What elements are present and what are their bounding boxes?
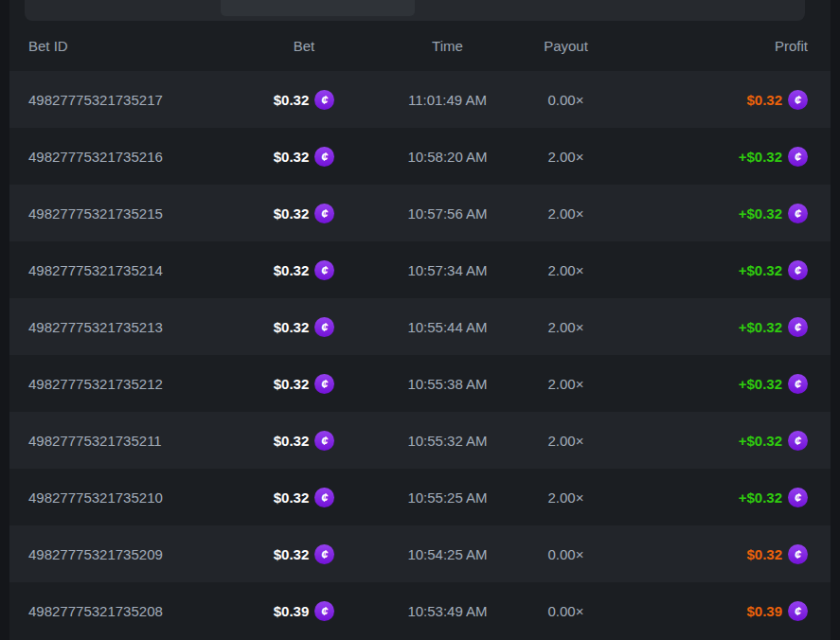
bet-cell: $0.32 ¢ [239,431,369,451]
column-header-profit: Profit [606,38,808,54]
currency-coin-icon: ¢ [788,374,808,394]
profit-cell: +$0.32 ¢ [606,374,808,394]
bet-id-value[interactable]: 49827775321735214 [28,262,239,278]
currency-coin-icon: ¢ [314,90,334,110]
bet-time: 10:57:56 AM [369,205,526,222]
bet-id-value[interactable]: 49827775321735217 [28,92,239,108]
table-row[interactable]: 49827775321735211 $0.32 ¢ 10:55:32 AM 2.… [9,412,831,469]
table-header: Bet ID Bet Time Payout Profit [9,21,831,71]
bet-time: 10:55:44 AM [369,319,526,335]
table-row[interactable]: 49827775321735208 $0.39 ¢ 10:53:49 AM 0.… [9,582,831,639]
profit-cell: +$0.32 ¢ [606,317,808,337]
currency-coin-icon: ¢ [314,431,334,451]
bet-amount: $0.32 [274,149,310,165]
payout-multiplier: 0.00× [526,92,606,108]
profit-cell: +$0.32 ¢ [606,488,808,507]
profit-amount: +$0.32 [739,433,782,449]
column-header-payout: Payout [526,38,606,54]
currency-coin-icon: ¢ [314,544,334,564]
profit-amount: $0.39 [746,603,782,619]
bet-cell: $0.32 ¢ [239,147,369,167]
bet-amount: $0.32 [274,433,310,449]
bet-id-value[interactable]: 49827775321735210 [28,489,239,506]
bet-id-value[interactable]: 49827775321735208 [28,603,239,619]
bet-time: 10:57:34 AM [369,262,526,278]
column-header-bet-id: Bet ID [28,38,239,54]
bet-id-value[interactable]: 49827775321735211 [28,433,239,449]
payout-multiplier: 0.00× [526,546,606,562]
table-row[interactable]: 49827775321735217 $0.32 ¢ 11:01:49 AM 0.… [9,71,831,128]
bet-cell: $0.39 ¢ [239,601,369,621]
bet-cell: $0.32 ¢ [239,488,369,507]
payout-multiplier: 2.00× [526,433,606,449]
payout-multiplier: 2.00× [526,319,606,335]
table-row[interactable]: 49827775321735216 $0.32 ¢ 10:58:20 AM 2.… [9,128,831,185]
currency-coin-icon: ¢ [788,317,808,337]
currency-coin-icon: ¢ [788,431,808,451]
bet-amount: $0.32 [274,319,310,335]
profit-cell: $0.32 ¢ [606,90,808,110]
bet-id-value[interactable]: 49827775321735212 [28,376,239,392]
tab-bar[interactable] [25,0,805,21]
bet-id-value[interactable]: 49827775321735215 [28,205,239,222]
bet-amount: $0.32 [274,92,310,108]
table-row[interactable]: 49827775321735209 $0.32 ¢ 10:54:25 AM 0.… [9,525,831,582]
profit-amount: $0.32 [746,92,782,108]
table-row[interactable]: 49827775321735214 $0.32 ¢ 10:57:34 AM 2.… [9,241,831,298]
payout-multiplier: 2.00× [526,262,606,278]
bet-amount: $0.32 [274,546,310,562]
payout-multiplier: 2.00× [526,376,606,392]
payout-multiplier: 2.00× [526,489,606,506]
bet-time: 11:01:49 AM [369,92,526,108]
currency-coin-icon: ¢ [788,488,808,507]
profit-cell: $0.32 ¢ [606,544,808,564]
profit-cell: +$0.32 ¢ [606,431,808,451]
column-header-bet: Bet [239,38,369,54]
currency-coin-icon: ¢ [314,317,334,337]
currency-coin-icon: ¢ [314,601,334,621]
profit-amount: +$0.32 [739,319,782,335]
bet-cell: $0.32 ¢ [239,374,369,394]
bet-id-value[interactable]: 49827775321735213 [28,319,239,335]
table-body: 49827775321735217 $0.32 ¢ 11:01:49 AM 0.… [9,71,831,639]
profit-amount: +$0.32 [739,205,782,222]
bet-id-value[interactable]: 49827775321735216 [28,149,239,165]
currency-coin-icon: ¢ [314,374,334,394]
currency-coin-icon: ¢ [314,147,334,167]
profit-amount: $0.32 [746,546,782,562]
bet-amount: $0.32 [274,205,310,222]
profit-cell: +$0.32 ¢ [606,147,808,167]
profit-amount: +$0.32 [739,149,782,165]
bet-cell: $0.32 ¢ [239,544,369,564]
table-row[interactable]: 49827775321735212 $0.32 ¢ 10:55:38 AM 2.… [9,355,831,412]
profit-cell: +$0.32 ¢ [606,204,808,223]
bet-cell: $0.32 ¢ [239,260,369,280]
table-row[interactable]: 49827775321735215 $0.32 ¢ 10:57:56 AM 2.… [9,185,831,241]
currency-coin-icon: ¢ [788,544,808,564]
currency-coin-icon: ¢ [788,601,808,621]
profit-amount: +$0.32 [739,262,782,278]
payout-multiplier: 2.00× [526,205,606,222]
currency-coin-icon: ¢ [788,147,808,167]
payout-multiplier: 0.00× [526,603,606,619]
bet-amount: $0.32 [274,489,310,506]
table-row[interactable]: 49827775321735210 $0.32 ¢ 10:55:25 AM 2.… [9,469,831,525]
bet-cell: $0.32 ¢ [239,90,369,110]
active-tab-indicator[interactable] [221,0,415,16]
bet-time: 10:54:25 AM [369,546,526,562]
bet-history-panel: Bet ID Bet Time Payout Profit 4982777532… [9,0,831,640]
bet-time: 10:55:32 AM [369,433,526,449]
bet-id-value[interactable]: 49827775321735209 [28,546,239,562]
profit-amount: +$0.32 [739,376,782,392]
bet-amount: $0.39 [274,603,310,619]
profit-cell: $0.39 ¢ [606,601,808,621]
profit-amount: +$0.32 [739,489,782,506]
bet-time: 10:58:20 AM [369,149,526,165]
column-header-time: Time [369,38,526,54]
bet-time: 10:55:38 AM [369,376,526,392]
currency-coin-icon: ¢ [314,488,334,507]
currency-coin-icon: ¢ [788,204,808,223]
table-row[interactable]: 49827775321735213 $0.32 ¢ 10:55:44 AM 2.… [9,298,831,355]
profit-cell: +$0.32 ¢ [606,260,808,280]
bet-time: 10:53:49 AM [369,603,526,619]
